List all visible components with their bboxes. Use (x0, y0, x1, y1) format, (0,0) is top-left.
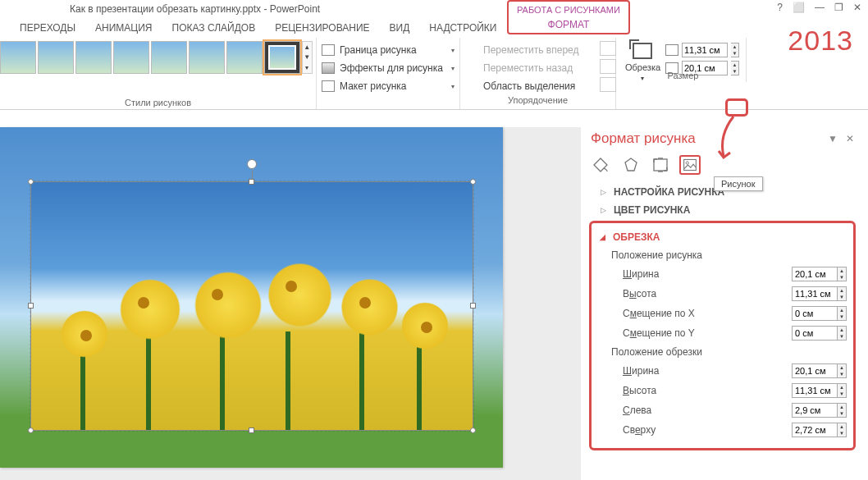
crop-height-input[interactable] (792, 383, 838, 398)
svg-rect-1 (654, 159, 667, 171)
style-thumb[interactable] (226, 41, 263, 74)
rotate-handle[interactable] (247, 159, 257, 169)
picture-tab-icon[interactable] (679, 155, 701, 175)
border-icon (322, 44, 335, 56)
spinner[interactable]: ▲▼ (838, 383, 847, 398)
crop-height-row: Высота ▲▼ (595, 381, 847, 400)
resize-handle[interactable] (470, 427, 476, 433)
resize-handle[interactable] (470, 179, 476, 185)
pic-height-input[interactable] (792, 286, 838, 301)
pic-width-row: Ширина ▲▼ (595, 264, 847, 284)
offset-y-label: Смещение по Y (623, 327, 785, 339)
style-thumb[interactable] (0, 41, 36, 74)
selected-picture[interactable] (30, 181, 473, 431)
pic-width-input[interactable] (792, 267, 838, 281)
pic-height-label: Высота (623, 288, 785, 299)
gallery-more-button[interactable]: ▲▼▾ (302, 41, 313, 74)
resize-handle[interactable] (28, 427, 34, 433)
crop-top-label: Сверху (623, 424, 785, 436)
layout-icon (322, 80, 335, 92)
height-icon (665, 44, 678, 56)
send-back-icon (465, 62, 478, 74)
pane-title: Формат рисунка (591, 130, 696, 147)
resize-handle[interactable] (249, 427, 254, 433)
help-icon[interactable]: ? (777, 2, 783, 13)
slide[interactable] (0, 127, 503, 468)
style-thumb[interactable] (189, 41, 225, 74)
section-color[interactable]: ▷ЦВЕТ РИСУНКА (589, 201, 856, 219)
crop-height-label: Высота (623, 385, 785, 396)
crop-left-row: Слева ▲▼ (595, 400, 847, 420)
height-input-row: ▲▼ (665, 43, 739, 57)
align-icon[interactable] (600, 41, 616, 56)
tab-view[interactable]: ВИД (380, 22, 420, 34)
bring-forward-icon (465, 44, 478, 56)
pic-width-label: Ширина (623, 268, 785, 280)
resize-handle[interactable] (470, 303, 476, 309)
effects-icon (322, 62, 335, 74)
tab-addins[interactable]: НАДСТРОЙКИ (419, 22, 506, 34)
resize-handle[interactable] (249, 179, 254, 185)
picture-border-button[interactable]: Граница рисунка▾ (322, 41, 455, 59)
group-label-styles: Стили рисунков (0, 98, 316, 109)
resize-handle[interactable] (28, 303, 34, 309)
size-tab-icon[interactable] (650, 155, 671, 175)
picture-styles-gallery[interactable]: ▲▼▾ (0, 38, 316, 98)
pane-controls[interactable]: ▼ ✕ (828, 133, 854, 144)
tab-review[interactable]: РЕЦЕНЗИРОВАНИЕ (265, 22, 379, 34)
fullscreen-icon[interactable]: ⬜ (793, 2, 805, 13)
send-back-button: Переместить назад (465, 59, 610, 77)
spinner[interactable]: ▲▼ (838, 403, 847, 418)
spinner[interactable]: ▲▼ (838, 363, 847, 378)
tab-transitions[interactable]: ПЕРЕХОДЫ (10, 22, 85, 34)
crop-top-input[interactable] (792, 423, 838, 437)
restore-icon[interactable]: ❐ (834, 2, 843, 13)
style-thumb[interactable] (113, 41, 149, 74)
offset-y-row: Смещение по Y ▲▼ (595, 323, 847, 343)
tab-animation[interactable]: АНИМАЦИЯ (85, 22, 162, 34)
style-thumb[interactable] (151, 41, 187, 74)
rotate-icon[interactable] (600, 77, 616, 92)
group-icon[interactable] (600, 59, 616, 74)
style-thumb-selected[interactable] (264, 41, 300, 74)
spinner[interactable]: ▲▼ (838, 326, 847, 341)
crop-width-row: Ширина ▲▼ (595, 361, 847, 381)
spinner[interactable]: ▲▼ (838, 267, 847, 281)
style-thumb[interactable] (75, 41, 112, 74)
arrange-side-buttons (600, 41, 616, 92)
selection-pane-button[interactable]: Область выделения (465, 77, 610, 95)
crop-left-input[interactable] (792, 403, 838, 418)
picture-effects-button[interactable]: Эффекты для рисунка▾ (322, 59, 455, 77)
contextual-tab-label: ФОРМАТ (548, 19, 590, 30)
contextual-tab-picture-tools[interactable]: РАБОТА С РИСУНКАМИ ФОРМАТ (507, 0, 630, 34)
group-label-arrange: Упорядочение (465, 95, 610, 107)
ribbon-tabs: ПЕРЕХОДЫ АНИМАЦИЯ ПОКАЗ СЛАЙДОВ РЕЦЕНЗИР… (0, 18, 868, 38)
height-input[interactable] (682, 43, 728, 57)
resize-handle[interactable] (28, 179, 34, 185)
picture-content (31, 182, 473, 430)
minimize-icon[interactable]: — (815, 2, 825, 13)
svg-marker-0 (625, 158, 637, 171)
picture-position-label: Положение рисунка (595, 246, 847, 264)
spinner[interactable]: ▲▼ (838, 423, 847, 437)
close-icon[interactable]: ✕ (853, 2, 861, 13)
crop-width-input[interactable] (792, 363, 838, 378)
section-crop[interactable]: ◢ОБРЕЗКА (595, 228, 847, 246)
picture-layout-button[interactable]: Макет рисунка▾ (322, 77, 455, 95)
crop-section-highlight: ◢ОБРЕЗКА Положение рисунка Ширина ▲▼ Выс… (589, 221, 856, 450)
contextual-group-label: РАБОТА С РИСУНКАМИ (517, 5, 620, 15)
height-spinner[interactable]: ▲▼ (731, 43, 739, 57)
bring-forward-button: Переместить вперед (465, 41, 610, 59)
fill-tab-icon[interactable] (591, 155, 612, 175)
highlight-dialog-launcher (725, 98, 748, 117)
style-thumb[interactable] (38, 41, 74, 74)
offset-x-row: Смещение по X ▲▼ (595, 304, 847, 323)
spinner[interactable]: ▲▼ (838, 306, 847, 321)
effects-tab-icon[interactable] (620, 155, 642, 175)
crop-position-label: Положение обрезки (595, 343, 847, 361)
tab-slideshow[interactable]: ПОКАЗ СЛАЙДОВ (162, 22, 266, 34)
spinner[interactable]: ▲▼ (838, 286, 847, 301)
offset-x-input[interactable] (792, 306, 838, 321)
offset-y-input[interactable] (792, 326, 838, 341)
picture-tab-tooltip: Рисунок (714, 176, 763, 191)
